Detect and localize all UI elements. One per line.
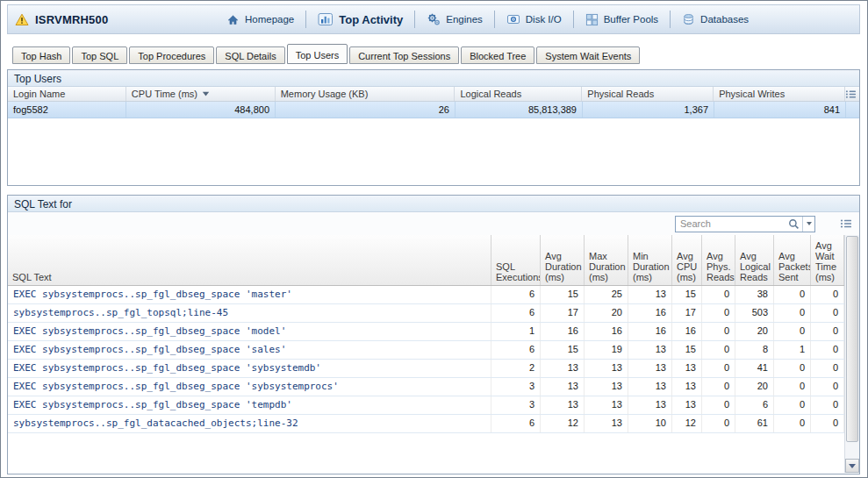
cell-avg-cpu-ms: 16 [672, 323, 702, 340]
tab-current-top-sessions[interactable]: Current Top Sessions [349, 46, 459, 64]
table-row[interactable]: EXEC sybsystemprocs..sp_fgl_dbseg_space … [8, 323, 844, 341]
cell-sql-text[interactable]: EXEC sybsystemprocs..sp_fgl_dbseg_space … [8, 323, 491, 340]
cell-avg-wait-time-ms: 0 [811, 323, 844, 340]
server-name: ISRVMRH500 [35, 13, 108, 26]
table-row[interactable]: sybsystemprocs..sp_fgl_topsql;line-45617… [8, 304, 844, 323]
scroll-down-button[interactable] [845, 459, 859, 473]
cell-login-name: fog5582 [8, 102, 126, 118]
nav-top-activity[interactable]: Top Activity [310, 12, 411, 26]
tab-bar: Top HashTop SQLTop ProceduresSQL Details… [7, 41, 860, 64]
col-header-min-duration-ms[interactable]: Min Duration (ms) [628, 235, 672, 285]
table-row[interactable]: fog5582484,8002685,813,3891,367841 [8, 102, 859, 118]
col-header-physical-reads[interactable]: Physical Reads [582, 87, 714, 101]
search-dropdown-button[interactable] [802, 217, 814, 232]
tab-blocked-tree[interactable]: Blocked Tree [461, 46, 534, 64]
nav-homepage[interactable]: Homepage [219, 13, 302, 26]
col-header-sql-executions[interactable]: SQL Executions [491, 235, 541, 285]
server-title-area: ISRVMRH500 [15, 13, 219, 26]
cell-avg-duration-ms: 16 [541, 323, 585, 340]
cell-sql-text[interactable]: EXEC sybsystemprocs..sp_fgl_dbseg_space … [8, 396, 491, 414]
cell-max-duration-ms: 20 [585, 304, 628, 322]
col-header-label: Avg Packets Sent [778, 251, 811, 282]
sql-grid-rows: EXEC sybsystemprocs..sp_fgl_dbseg_space … [8, 286, 844, 433]
col-header-avg-cpu-ms[interactable]: Avg CPU (ms) [672, 235, 702, 285]
cell-avg-cpu-ms: 15 [672, 286, 702, 303]
search-input[interactable] [680, 218, 785, 229]
cell-avg-logical-reads: 20 [735, 323, 774, 340]
cell-sql-text[interactable]: EXEC sybsystemprocs..sp_fgl_dbseg_space … [8, 360, 491, 377]
table-row[interactable]: EXEC sybsystemprocs..sp_fgl_dbseg_space … [8, 360, 844, 378]
cell-avg-phys-reads: 0 [702, 360, 735, 377]
nav-buffer-pools[interactable]: Buffer Pools [577, 13, 666, 26]
cell-avg-logical-reads: 8 [735, 341, 774, 359]
column-chooser-icon[interactable] [845, 89, 857, 99]
col-header-label: CPU Time (ms) [132, 89, 197, 99]
cell-avg-phys-reads: 0 [702, 323, 735, 340]
col-header-avg-wait-time-ms[interactable]: Avg Wait Time (ms) [811, 235, 844, 285]
col-header-cpu-time-ms[interactable]: CPU Time (ms) [126, 87, 276, 101]
vertical-scrollbar[interactable] [844, 235, 859, 473]
table-row[interactable]: EXEC sybsystemprocs..sp_fgl_dbseg_space … [8, 396, 844, 415]
scrollbar-thumb[interactable] [846, 236, 858, 442]
col-header-avg-packets-sent[interactable]: Avg Packets Sent [774, 235, 811, 285]
nav-label-buffer-pools: Buffer Pools [604, 14, 658, 25]
sort-desc-icon [202, 91, 210, 96]
cell-sql-text[interactable]: EXEC sybsystemprocs..sp_fgl_dbseg_space … [8, 341, 491, 359]
col-header-logical-reads[interactable]: Logical Reads [455, 87, 582, 101]
table-row[interactable]: EXEC sybsystemprocs..sp_fgl_dbseg_space … [8, 378, 844, 396]
cell-avg-cpu-ms: 17 [672, 304, 702, 322]
tab-system-wait-events[interactable]: System Wait Events [536, 46, 640, 64]
cell-avg-packets-sent: 1 [774, 341, 811, 359]
col-header-login-name[interactable]: Login Name [8, 87, 126, 101]
table-row[interactable]: EXEC sybsystemprocs..sp_fgl_dbseg_space … [8, 286, 844, 304]
nav-engines[interactable]: Engines [419, 12, 491, 26]
col-header-max-duration-ms[interactable]: Max Duration (ms) [585, 235, 628, 285]
cell-avg-packets-sent: 0 [774, 304, 811, 322]
tab-top-procedures[interactable]: Top Procedures [129, 46, 214, 64]
nav-disk-i-o[interactable]: Disk I/O [499, 12, 570, 26]
cell-min-duration-ms: 10 [628, 415, 672, 432]
column-chooser-icon[interactable] [840, 218, 852, 229]
tab-top-hash[interactable]: Top Hash [12, 46, 70, 64]
cell-avg-cpu-ms: 13 [672, 378, 702, 396]
cell-max-duration-ms: 13 [585, 360, 628, 377]
cell-avg-phys-reads: 0 [702, 378, 735, 396]
cell-min-duration-ms: 13 [628, 396, 672, 414]
col-header-avg-phys-reads[interactable]: Avg Phys. Reads [702, 235, 735, 285]
cell-avg-logical-reads: 41 [735, 360, 774, 377]
col-header-avg-logical-reads[interactable]: Avg Logical Reads [735, 235, 774, 285]
cell-sql-text[interactable]: sybsystemprocs..sp_fgl_topsql;line-45 [8, 304, 491, 322]
col-header-label: Avg Logical Reads [740, 251, 771, 282]
cell-sql-text[interactable]: sybsystemprocs..sp_fgl_datacached_object… [8, 415, 491, 432]
search-icon[interactable] [785, 217, 802, 232]
cell-avg-packets-sent: 0 [774, 323, 811, 340]
cell-min-duration-ms: 16 [628, 304, 672, 322]
cell-avg-packets-sent: 0 [774, 286, 811, 303]
disk-io-icon [506, 12, 520, 26]
cell-avg-phys-reads: 0 [702, 286, 735, 303]
sql-grid-header: SQL TextSQL ExecutionsAvg Duration (ms)M… [8, 235, 844, 286]
cell-avg-logical-reads: 20 [735, 378, 774, 396]
col-header-physical-writes[interactable]: Physical Writes [714, 87, 845, 101]
nav-databases[interactable]: Databases [674, 12, 757, 26]
cell-sql-text[interactable]: EXEC sybsystemprocs..sp_fgl_dbseg_space … [8, 378, 491, 396]
table-row[interactable]: sybsystemprocs..sp_fgl_datacached_object… [8, 415, 844, 433]
col-header-avg-duration-ms[interactable]: Avg Duration (ms) [541, 235, 585, 285]
tab-sql-details[interactable]: SQL Details [216, 46, 284, 64]
table-row[interactable]: EXEC sybsystemprocs..sp_fgl_dbseg_space … [8, 341, 844, 360]
tab-top-users[interactable]: Top Users [287, 44, 348, 64]
col-header-memory-usage-kb[interactable]: Memory Usage (KB) [276, 87, 456, 101]
cell-sql-executions: 6 [491, 286, 541, 303]
cell-sql-executions: 6 [491, 304, 541, 322]
cell-avg-wait-time-ms: 0 [811, 415, 844, 432]
cell-avg-logical-reads: 6 [735, 396, 774, 414]
tab-top-sql[interactable]: Top SQL [72, 46, 127, 64]
col-header-sql-text[interactable]: SQL Text [8, 235, 491, 285]
top-users-header: Login NameCPU Time (ms)Memory Usage (KB)… [8, 87, 859, 102]
col-header-label: Min Duration (ms) [633, 251, 670, 282]
cell-sql-executions: 2 [491, 360, 541, 377]
cell-avg-duration-ms: 17 [541, 304, 585, 322]
cell-physical-reads: 1,367 [583, 102, 714, 118]
cell-avg-wait-time-ms: 0 [811, 286, 844, 303]
cell-sql-text[interactable]: EXEC sybsystemprocs..sp_fgl_dbseg_space … [8, 286, 491, 303]
